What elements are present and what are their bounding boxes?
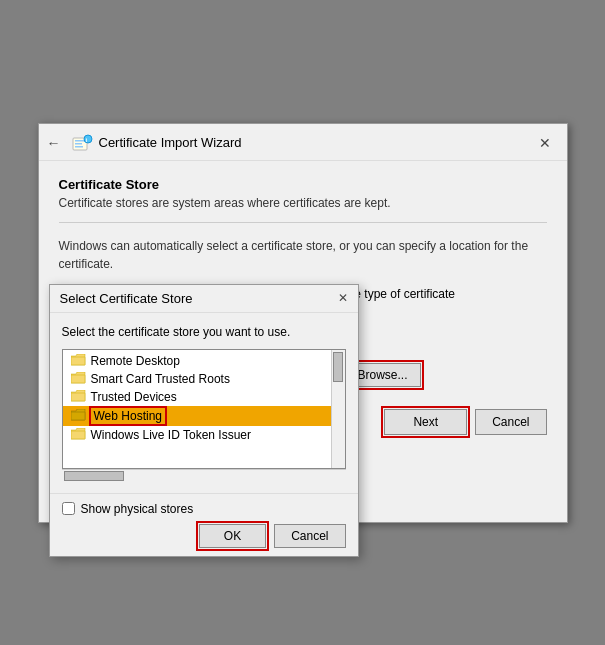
overlay-title: Select Certificate Store xyxy=(60,291,193,306)
svg-rect-1 xyxy=(75,140,85,142)
list-item[interactable]: Smart Card Trusted Roots xyxy=(63,370,345,388)
divider xyxy=(59,222,547,223)
section-desc: Certificate stores are system areas wher… xyxy=(59,196,547,210)
folder-icon-selected xyxy=(71,409,87,422)
overlay-cancel-button[interactable]: Cancel xyxy=(274,524,345,548)
overlay-title-bar: Select Certificate Store ✕ xyxy=(50,285,358,313)
list-item-selected[interactable]: Web Hosting xyxy=(63,406,345,426)
overlay-content: Select the certificate store you want to… xyxy=(50,313,358,493)
show-physical-row: Show physical stores xyxy=(62,502,346,516)
tree-item-label-selected: Web Hosting xyxy=(91,408,165,424)
horizontal-scrollbar[interactable] xyxy=(62,469,346,483)
svg-rect-3 xyxy=(75,146,83,148)
select-cert-store-dialog: Select Certificate Store ✕ Select the ce… xyxy=(49,284,359,557)
svg-rect-2 xyxy=(75,143,82,145)
show-physical-label: Show physical stores xyxy=(81,502,194,516)
overlay-bottom: Show physical stores OK Cancel xyxy=(50,493,358,556)
overlay-desc: Select the certificate store you want to… xyxy=(62,325,346,339)
scrollbar-thumb xyxy=(333,352,343,382)
overlay-buttons: OK Cancel xyxy=(62,524,346,548)
dialog-title: Certificate Import Wizard xyxy=(99,135,242,150)
main-desc: Windows can automatically select a certi… xyxy=(59,237,547,273)
close-button[interactable]: ✕ xyxy=(533,133,557,153)
overlay-close-button[interactable]: ✕ xyxy=(338,291,348,305)
list-item[interactable]: Trusted Devices xyxy=(63,388,345,406)
list-item[interactable]: Remote Desktop xyxy=(63,352,345,370)
folder-icon xyxy=(71,390,87,403)
show-physical-checkbox[interactable] xyxy=(62,502,75,515)
tree-item-label: Trusted Devices xyxy=(91,390,177,404)
svg-rect-8 xyxy=(71,393,85,401)
tree-item-label: Smart Card Trusted Roots xyxy=(91,372,230,386)
folder-icon xyxy=(71,354,87,367)
next-button[interactable]: Next xyxy=(384,409,467,435)
tree-item-label: Remote Desktop xyxy=(91,354,180,368)
svg-rect-7 xyxy=(71,375,85,383)
vertical-scrollbar[interactable] xyxy=(331,350,345,468)
svg-rect-6 xyxy=(71,357,85,365)
folder-icon xyxy=(71,428,87,441)
main-dialog: ← i Certificate Import Wizard ✕ Certific… xyxy=(38,123,568,523)
section-title: Certificate Store xyxy=(59,177,547,192)
title-bar: ← i Certificate Import Wizard ✕ xyxy=(39,124,567,161)
svg-rect-9 xyxy=(71,412,85,420)
list-item[interactable]: Windows Live ID Token Issuer xyxy=(63,426,345,444)
cancel-button[interactable]: Cancel xyxy=(475,409,546,435)
horiz-scrollbar-thumb xyxy=(64,471,124,481)
ok-button[interactable]: OK xyxy=(199,524,266,548)
back-button[interactable]: ← xyxy=(47,135,61,151)
folder-icon xyxy=(71,372,87,385)
tree-item-label: Windows Live ID Token Issuer xyxy=(91,428,252,442)
svg-rect-10 xyxy=(71,431,85,439)
wizard-icon: i xyxy=(71,132,93,154)
tree-view[interactable]: Remote Desktop Smart Card Trusted Roots … xyxy=(62,349,346,469)
tree-items: Remote Desktop Smart Card Trusted Roots … xyxy=(63,350,345,468)
